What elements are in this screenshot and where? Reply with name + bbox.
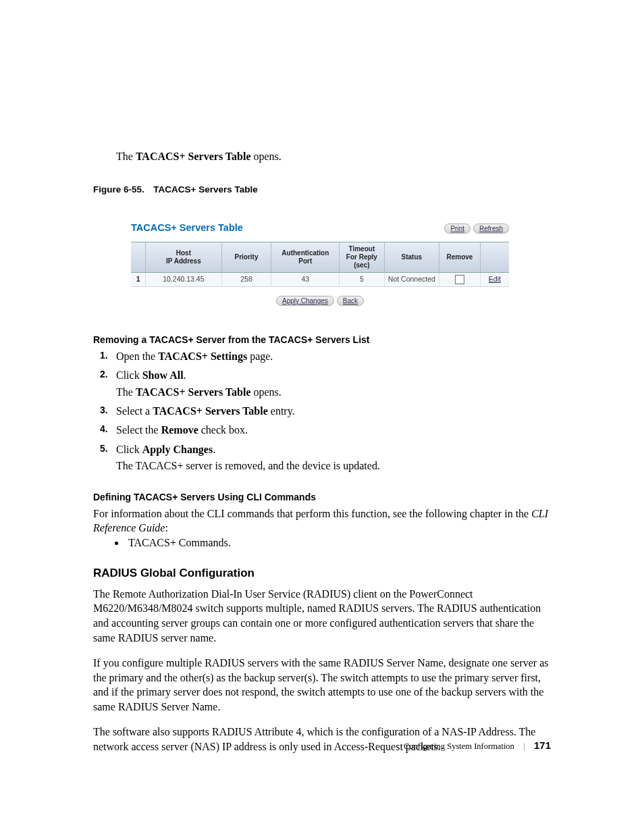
header-edit bbox=[481, 242, 509, 272]
screenshot-title: TACACS+ Servers Table bbox=[131, 222, 243, 233]
row-priority: 258 bbox=[222, 273, 272, 286]
step-1: 1. Open the TACACS+ Settings page. bbox=[116, 349, 551, 364]
header-index bbox=[131, 242, 146, 272]
defining-bullets: TACACS+ Commands. bbox=[126, 537, 551, 549]
header-priority: Priority bbox=[222, 242, 272, 272]
header-auth-port: AuthenticationPort bbox=[271, 242, 340, 272]
row-host: 10.240.13.45 bbox=[146, 273, 221, 286]
steps-list: 1. Open the TACACS+ Settings page. 2. Cl… bbox=[116, 349, 551, 474]
radius-p1: The Remote Authorization Dial-In User Se… bbox=[93, 587, 551, 645]
remove-checkbox[interactable] bbox=[455, 275, 464, 284]
step-5: 5. Click Apply Changes. The TACACS+ serv… bbox=[116, 442, 551, 474]
removing-heading: Removing a TACACS+ Server from the TACAC… bbox=[93, 334, 551, 345]
intro-bold: TACACS+ Servers Table bbox=[136, 151, 251, 162]
footer-page-number: 171 bbox=[534, 739, 551, 751]
defining-bullet-1: TACACS+ Commands. bbox=[126, 537, 551, 549]
header-remove: Remove bbox=[439, 242, 481, 272]
figure-caption: Figure 6-55. TACACS+ Servers Table bbox=[93, 184, 551, 194]
intro-post: opens. bbox=[250, 151, 281, 162]
header-status: Status bbox=[385, 242, 440, 272]
footer-section: Configuring System Information bbox=[404, 741, 514, 751]
defining-heading: Defining TACACS+ Servers Using CLI Comma… bbox=[93, 492, 551, 502]
defining-paragraph: For information about the CLI commands t… bbox=[93, 506, 551, 536]
intro-pre: The bbox=[116, 151, 136, 162]
row-index: 1 bbox=[131, 273, 146, 286]
header-host: HostIP Address bbox=[146, 242, 221, 272]
row-remove-cell bbox=[439, 273, 481, 286]
step-4: 4. Select the Remove check box. bbox=[116, 423, 551, 438]
page-footer: Configuring System Information | 171 bbox=[404, 739, 551, 752]
footer-divider: | bbox=[516, 741, 532, 751]
step-2: 2. Click Show All. The TACACS+ Servers T… bbox=[116, 368, 551, 400]
apply-changes-button[interactable]: Apply Changes bbox=[276, 296, 334, 306]
table-header-row: HostIP Address Priority AuthenticationPo… bbox=[131, 242, 509, 273]
intro-paragraph: The TACACS+ Servers Table opens. bbox=[93, 0, 551, 164]
row-authport: 43 bbox=[271, 273, 340, 286]
row-status: Not Connected bbox=[385, 273, 440, 286]
edit-link[interactable]: Edit bbox=[481, 273, 509, 286]
step-3: 3. Select a TACACS+ Servers Table entry. bbox=[116, 404, 551, 419]
table-row: 1 10.240.13.45 258 43 5 Not Connected Ed… bbox=[131, 273, 509, 287]
refresh-button[interactable]: Refresh bbox=[473, 224, 509, 234]
header-timeout: TimeoutFor Reply(sec) bbox=[340, 242, 384, 272]
print-button[interactable]: Print bbox=[444, 224, 471, 234]
row-timeout: 5 bbox=[340, 273, 384, 286]
screenshot-figure: TACACS+ Servers Table Print Refresh Host… bbox=[131, 221, 509, 306]
back-button[interactable]: Back bbox=[337, 296, 364, 306]
radius-heading: RADIUS Global Configuration bbox=[93, 567, 551, 580]
radius-p2: If you configure multiple RADIUS servers… bbox=[93, 656, 551, 714]
